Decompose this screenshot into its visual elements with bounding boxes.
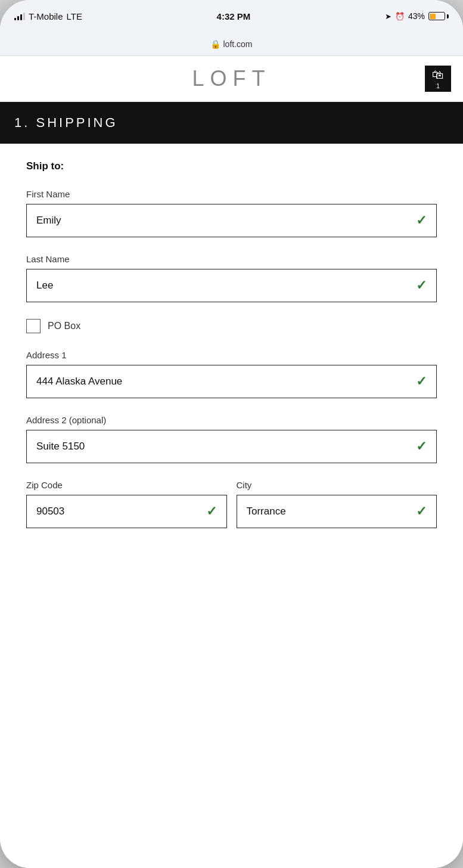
address1-check-icon: ✓ [416,374,427,389]
address2-label: Address 2 (optional) [26,415,437,425]
carrier-name: T-Mobile [29,11,63,21]
city-check-icon: ✓ [416,504,427,519]
zip-wrapper: ✓ [26,495,227,528]
address1-group: Address 1 ✓ [26,350,437,398]
first-name-group: First Name ✓ [26,189,437,237]
alarm-icon: ⏰ [395,12,405,21]
network-type: LTE [67,11,82,21]
last-name-label: Last Name [26,254,437,264]
address1-input[interactable] [36,376,411,388]
first-name-input[interactable] [36,215,411,227]
zip-label: Zip Code [26,480,227,490]
address1-wrapper: ✓ [26,365,437,398]
last-name-wrapper: ✓ [26,269,437,302]
signal-icon [14,12,25,20]
last-name-check-icon: ✓ [416,278,427,293]
city-wrapper: ✓ [237,495,437,528]
last-name-group: Last Name ✓ [26,254,437,302]
first-name-label: First Name [26,189,437,199]
form-area: Ship to: First Name ✓ Last Name ✓ [0,144,463,868]
address2-check-icon: ✓ [416,439,427,454]
browser-bar: 🔒 loft.com [0,32,463,56]
logo: LOFT [38,66,425,91]
zip-city-row: Zip Code ✓ City ✓ [26,480,437,545]
location-icon: ➤ [385,12,391,21]
address2-group: Address 2 (optional) ✓ [26,415,437,463]
battery-percent: 43% [408,11,425,21]
url-text: loft.com [223,39,252,49]
section-title: 1. Shipping [14,115,118,130]
status-center: 4:32 PM [217,11,251,21]
po-box-row: PO Box [26,319,437,333]
city-input[interactable] [247,506,412,517]
url-display: 🔒 loft.com [210,39,252,49]
first-name-check-icon: ✓ [416,213,427,228]
ship-to-label: Ship to: [26,160,437,172]
app-content: LOFT 🛍 1 1. Shipping Ship to: First Name… [0,56,463,868]
cart-icon: 🛍 [432,68,444,82]
time-display: 4:32 PM [217,11,251,21]
address1-label: Address 1 [26,350,437,360]
cart-button[interactable]: 🛍 1 [425,66,451,92]
status-right: ➤ ⏰ 43% [385,11,449,21]
last-name-input[interactable] [36,280,411,292]
section-header: 1. Shipping [0,102,463,144]
zip-input[interactable] [36,506,201,517]
status-bar: T-Mobile LTE 4:32 PM ➤ ⏰ 43% [0,0,463,32]
carrier-info: T-Mobile LTE [14,11,82,21]
city-group: City ✓ [237,480,437,528]
cart-count: 1 [436,82,440,89]
lock-icon: 🔒 [210,39,220,49]
phone-frame: T-Mobile LTE 4:32 PM ➤ ⏰ 43% 🔒 loft.com [0,0,463,868]
po-box-label: PO Box [48,321,80,331]
city-label: City [237,480,437,490]
zip-group: Zip Code ✓ [26,480,227,528]
zip-check-icon: ✓ [206,504,217,519]
battery-icon [428,12,449,20]
first-name-wrapper: ✓ [26,204,437,237]
app-header: LOFT 🛍 1 [0,56,463,102]
po-box-checkbox[interactable] [26,319,41,333]
address2-wrapper: ✓ [26,430,437,463]
address2-input[interactable] [36,441,411,452]
